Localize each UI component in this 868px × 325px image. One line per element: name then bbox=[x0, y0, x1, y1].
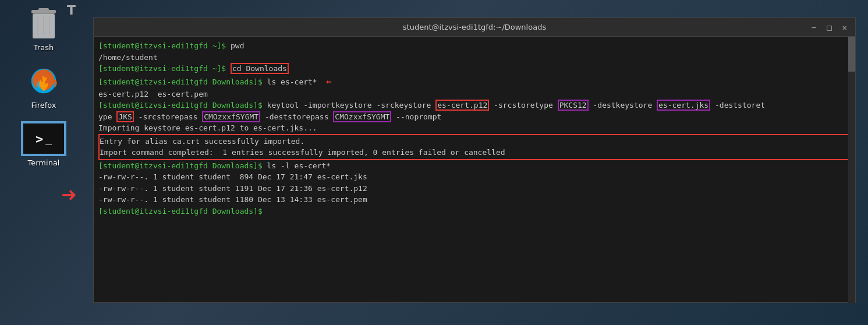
trash-label: Trash bbox=[34, 43, 54, 52]
line-success1: Entry for alias ca.crt successfully impo… bbox=[100, 136, 849, 147]
taskbar-logo: T bbox=[67, 3, 76, 17]
svg-rect-6 bbox=[31, 10, 56, 13]
terminal-output: [student@itzvsi-edi1tgfd ~]$ pwd /home/s… bbox=[94, 37, 855, 302]
line-pwd: [student@itzvsi-edi1tgfd ~]$ pwd bbox=[98, 40, 851, 52]
terminal-label: Terminal bbox=[28, 158, 60, 167]
line-homepath: /home/student bbox=[98, 52, 851, 63]
line-success2: Import command completed: 1 entries succ… bbox=[100, 147, 849, 158]
success-block: Entry for alias ca.crt successfully impo… bbox=[98, 134, 851, 160]
line-file-p12: -rw-rw-r--. 1 student student 1191 Dec 1… bbox=[98, 183, 851, 195]
trash-icon-item[interactable]: Trash bbox=[17, 6, 70, 52]
desktop-icons: Trash Firefox Terminal bbox=[0, 0, 87, 325]
line-ls-escert: [student@itzvsi-edi1tgfd Downloads]$ ls … bbox=[98, 75, 851, 89]
window-controls: − □ ✕ bbox=[808, 22, 851, 33]
terminal-icon-item[interactable]: Terminal bbox=[17, 121, 70, 167]
arrow-indicator: ➜ bbox=[61, 185, 77, 204]
line-file-jks: -rw-rw-r--. 1 student student 894 Dec 17… bbox=[98, 171, 851, 183]
trash-icon bbox=[26, 6, 61, 41]
maximize-button[interactable]: □ bbox=[823, 22, 835, 33]
line-file-pem: -rw-rw-r--. 1 student student 1180 Dec 1… bbox=[98, 194, 851, 206]
line-keytool1: [student@itzvsi-edi1tgfd Downloads]$ key… bbox=[98, 100, 851, 111]
line-escert-list: es-cert.p12 es-cert.pem bbox=[98, 89, 851, 100]
scrollbar-track[interactable] bbox=[848, 37, 855, 303]
terminal-icon bbox=[20, 121, 67, 156]
firefox-icon bbox=[26, 63, 61, 98]
line-importing: Importing keystore es-cert.p12 to es-cer… bbox=[98, 122, 851, 134]
terminal-window: student@itzvsi-edi1tgfd:~/Downloads − □ … bbox=[93, 17, 856, 303]
minimize-button[interactable]: − bbox=[808, 22, 820, 33]
line-prompt-end: [student@itzvsi-edi1tgfd Downloads]$ bbox=[98, 206, 851, 217]
line-keytool2: ype JKS -srcstorepass CMOzxxfSYGMT -dest… bbox=[98, 111, 851, 123]
terminal-titlebar: student@itzvsi-edi1tgfd:~/Downloads − □ … bbox=[94, 18, 855, 37]
line-ls-l: [student@itzvsi-edi1tgfd Downloads]$ ls … bbox=[98, 160, 851, 172]
close-button[interactable]: ✕ bbox=[839, 22, 851, 33]
firefox-icon-item[interactable]: Firefox bbox=[17, 63, 70, 109]
scrollbar-thumb[interactable] bbox=[848, 37, 855, 72]
line-cd: [student@itzvsi-edi1tgfd ~]$ cd Download… bbox=[98, 63, 851, 75]
firefox-label: Firefox bbox=[31, 101, 56, 109]
terminal-title: student@itzvsi-edi1tgfd:~/Downloads bbox=[403, 23, 546, 31]
